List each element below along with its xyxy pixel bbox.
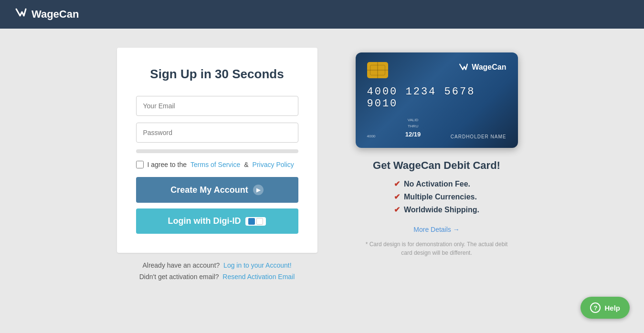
feature-label-2: Multiple Currencies. bbox=[404, 193, 477, 201]
header: WageCan bbox=[0, 0, 644, 29]
have-account-row: Already have an account? Log in to your … bbox=[117, 261, 317, 269]
create-account-label: Create My Account bbox=[170, 185, 248, 195]
promo-title: Get WageCan Debit Card! bbox=[373, 159, 500, 172]
no-email-row: Didn't get activation email? Resend Acti… bbox=[117, 273, 317, 281]
feature-label-3: Worldwide Shipping. bbox=[404, 206, 479, 214]
help-circle-icon: ? bbox=[590, 302, 601, 313]
form-card: Sign Up in 30 Seconds I agree to the Ter… bbox=[117, 48, 317, 253]
digi-square-blue bbox=[248, 218, 255, 225]
digi-square-white bbox=[256, 218, 263, 225]
card-logo: WageCan bbox=[458, 62, 506, 73]
feature-label-1: No Activation Fee. bbox=[404, 180, 470, 188]
card-bottom: 4000 VALIDTHRU 12/19 CARDHOLDER NAME bbox=[367, 117, 507, 139]
chip-inner bbox=[370, 65, 385, 75]
form-title: Sign Up in 30 Seconds bbox=[136, 67, 298, 82]
no-email-text: Didn't get activation email? bbox=[139, 273, 219, 281]
feature-item-2: ✔ Multiple Currencies. bbox=[394, 192, 479, 201]
card-chip bbox=[367, 62, 388, 78]
help-label: Help bbox=[604, 304, 620, 312]
more-details-link[interactable]: More Details → bbox=[413, 226, 459, 233]
card-small-number: 4000 bbox=[367, 134, 376, 140]
resend-link[interactable]: Resend Activation Email bbox=[222, 273, 295, 281]
privacy-link[interactable]: Privacy Policy bbox=[253, 161, 294, 168]
and-label: & bbox=[244, 161, 248, 168]
promo-section: WageCan 4000 1234 5678 9010 4000 VALIDTH… bbox=[346, 48, 528, 257]
play-icon: ▶ bbox=[253, 185, 264, 195]
card-number: 4000 1234 5678 9010 bbox=[367, 86, 507, 110]
card-valid-label: VALIDTHRU bbox=[405, 117, 421, 130]
card-disclaimer: * Card design is for demonstration only.… bbox=[360, 240, 513, 257]
credit-card: WageCan 4000 1234 5678 9010 4000 VALIDTH… bbox=[356, 52, 518, 148]
below-form: Already have an account? Log in to your … bbox=[117, 261, 317, 281]
card-logo-text: WageCan bbox=[472, 63, 506, 72]
help-button[interactable]: ? Help bbox=[581, 297, 630, 319]
promo-features-list: ✔ No Activation Fee. ✔ Multiple Currenci… bbox=[394, 179, 479, 218]
digi-id-icon bbox=[245, 217, 266, 226]
card-valid: VALIDTHRU 12/19 bbox=[405, 117, 421, 139]
have-account-text: Already have an account? bbox=[142, 261, 220, 269]
terms-row: I agree to the Terms of Service & Privac… bbox=[136, 161, 298, 168]
checkbox-label-text: I agree to the bbox=[148, 161, 187, 168]
check-icon-2: ✔ bbox=[394, 192, 400, 201]
form-section: Sign Up in 30 Seconds I agree to the Ter… bbox=[117, 48, 317, 284]
logo-text: WageCan bbox=[32, 8, 79, 21]
password-strength-bar bbox=[136, 149, 298, 153]
logo: WageCan bbox=[14, 6, 79, 22]
card-valid-date: 12/19 bbox=[405, 130, 421, 140]
feature-item-1: ✔ No Activation Fee. bbox=[394, 179, 479, 188]
check-icon-3: ✔ bbox=[394, 205, 400, 214]
digi-id-button[interactable]: Login with Digi-ID bbox=[136, 208, 298, 234]
password-field[interactable] bbox=[136, 123, 298, 143]
feature-item-3: ✔ Worldwide Shipping. bbox=[394, 205, 479, 214]
logo-icon bbox=[14, 6, 28, 22]
email-field[interactable] bbox=[136, 96, 298, 116]
check-icon-1: ✔ bbox=[394, 179, 400, 188]
card-cardholder: CARDHOLDER NAME bbox=[451, 134, 507, 139]
terms-checkbox[interactable] bbox=[136, 161, 144, 168]
terms-link[interactable]: Terms of Service bbox=[190, 161, 240, 168]
digi-button-label: Login with Digi-ID bbox=[168, 216, 241, 226]
create-account-button[interactable]: Create My Account ▶ bbox=[136, 177, 298, 203]
main-content: Sign Up in 30 Seconds I agree to the Ter… bbox=[0, 29, 644, 303]
login-link[interactable]: Log in to your Account! bbox=[223, 261, 291, 269]
card-top-row: WageCan bbox=[367, 62, 507, 78]
